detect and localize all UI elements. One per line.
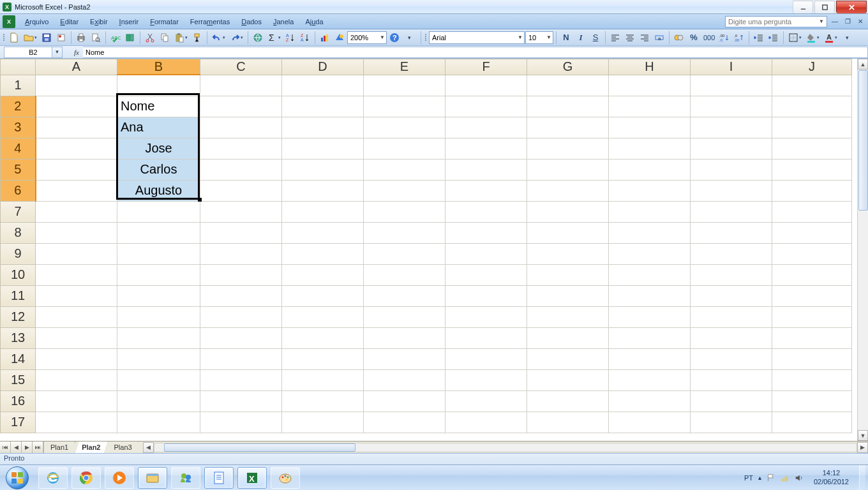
fill-color-button[interactable]: ▾ bbox=[804, 31, 821, 45]
cell-G2[interactable] bbox=[527, 96, 609, 117]
cell-F8[interactable] bbox=[445, 222, 527, 243]
zoom-combo[interactable]: 200%▼ bbox=[347, 31, 387, 44]
tray-volume-icon[interactable] bbox=[795, 473, 804, 482]
percent-button[interactable]: % bbox=[687, 31, 701, 45]
cell-I7[interactable] bbox=[691, 201, 772, 222]
cell-J13[interactable] bbox=[772, 327, 852, 348]
research-button[interactable] bbox=[123, 31, 137, 45]
cell-J7[interactable] bbox=[772, 201, 852, 222]
font-combo[interactable]: Arial▼ bbox=[429, 31, 525, 44]
cell-A13[interactable] bbox=[36, 327, 117, 348]
cell-E7[interactable] bbox=[364, 201, 445, 222]
chart-wizard-button[interactable] bbox=[318, 31, 332, 45]
borders-button[interactable]: ▾ bbox=[786, 31, 804, 45]
tray-network-icon[interactable] bbox=[781, 473, 789, 482]
window-minimize-button[interactable] bbox=[793, 1, 813, 13]
cell-H1[interactable] bbox=[609, 75, 691, 96]
cell-D9[interactable] bbox=[282, 243, 364, 264]
comma-button[interactable]: 000 bbox=[701, 31, 717, 45]
ask-a-question-box[interactable]: Digite uma pergunta ▼ bbox=[725, 16, 827, 27]
cell-F5[interactable] bbox=[445, 159, 527, 180]
cell-A12[interactable] bbox=[36, 306, 117, 327]
cell-F7[interactable] bbox=[445, 201, 527, 222]
cell-E3[interactable] bbox=[364, 117, 445, 138]
cell-A4[interactable] bbox=[36, 138, 117, 159]
toolbar-options[interactable]: ▾ bbox=[402, 31, 416, 45]
cell-C17[interactable] bbox=[200, 412, 282, 433]
cell-I16[interactable] bbox=[691, 390, 772, 412]
cell-E12[interactable] bbox=[364, 306, 445, 327]
cell-I6[interactable] bbox=[691, 180, 772, 201]
cell-C5[interactable] bbox=[200, 159, 282, 180]
spelling-button[interactable]: ABC bbox=[108, 31, 123, 45]
cell-F1[interactable] bbox=[445, 75, 527, 96]
cell-H7[interactable] bbox=[609, 201, 691, 222]
toolbar-options-2[interactable]: ▾ bbox=[840, 31, 854, 45]
workbook-close-button[interactable]: ✕ bbox=[855, 17, 865, 26]
cell-H13[interactable] bbox=[609, 327, 691, 348]
decrease-decimal-button[interactable]: ,0,00 bbox=[732, 31, 746, 45]
drawing-button[interactable] bbox=[333, 31, 347, 45]
cell-A15[interactable] bbox=[36, 369, 117, 390]
cell-F17[interactable] bbox=[445, 412, 527, 433]
menu-exibir[interactable]: Exibir bbox=[84, 15, 114, 28]
cell-B2[interactable]: Nome bbox=[117, 96, 200, 117]
cell-I2[interactable] bbox=[691, 96, 772, 117]
cell-D15[interactable] bbox=[282, 369, 364, 390]
cell-J1[interactable] bbox=[772, 75, 852, 96]
cell-D2[interactable] bbox=[282, 96, 364, 117]
cell-I5[interactable] bbox=[691, 159, 772, 180]
cell-H10[interactable] bbox=[609, 264, 691, 285]
row-header-3[interactable]: 3 bbox=[1, 117, 36, 138]
cell-C14[interactable] bbox=[200, 348, 282, 369]
copy-button[interactable] bbox=[158, 31, 172, 45]
horizontal-scrollbar[interactable]: ◀ ▶ bbox=[143, 442, 868, 453]
cell-A6[interactable] bbox=[36, 180, 117, 201]
cell-E17[interactable] bbox=[364, 412, 445, 433]
cell-G10[interactable] bbox=[527, 264, 609, 285]
cell-D1[interactable] bbox=[282, 75, 364, 96]
cell-I14[interactable] bbox=[691, 348, 772, 369]
font-color-button[interactable]: A▾ bbox=[822, 31, 839, 45]
menu-dados[interactable]: Dados bbox=[236, 15, 267, 28]
fx-label[interactable]: fx bbox=[74, 48, 79, 56]
taskbar-chrome-button[interactable] bbox=[71, 467, 101, 489]
decrease-indent-button[interactable] bbox=[752, 31, 766, 45]
cell-I11[interactable] bbox=[691, 285, 772, 306]
cell-F3[interactable] bbox=[445, 117, 527, 138]
cell-A2[interactable] bbox=[36, 96, 117, 117]
cell-I3[interactable] bbox=[691, 117, 772, 138]
permission-button[interactable] bbox=[54, 31, 68, 45]
cell-D10[interactable] bbox=[282, 264, 364, 285]
cell-G9[interactable] bbox=[527, 243, 609, 264]
cell-C15[interactable] bbox=[200, 369, 282, 390]
cell-F12[interactable] bbox=[445, 306, 527, 327]
cell-J6[interactable] bbox=[772, 180, 852, 201]
paste-button[interactable]: ▾ bbox=[172, 31, 190, 45]
currency-button[interactable] bbox=[672, 31, 686, 45]
cell-B16[interactable] bbox=[117, 390, 200, 412]
cell-B3[interactable]: Ana bbox=[117, 117, 200, 138]
sheet-tab-plan2[interactable]: Plan2 bbox=[75, 442, 107, 453]
scroll-left-button[interactable]: ◀ bbox=[143, 442, 154, 453]
sheet-tab-plan3[interactable]: Plan3 bbox=[108, 442, 139, 453]
row-header-13[interactable]: 13 bbox=[1, 327, 36, 348]
menu-inserir[interactable]: Inserir bbox=[114, 15, 145, 28]
cell-B8[interactable] bbox=[117, 222, 200, 243]
sheet-tab-plan1[interactable]: Plan1 bbox=[44, 442, 75, 453]
tray-flag-icon[interactable] bbox=[767, 473, 775, 482]
cell-D6[interactable] bbox=[282, 180, 364, 201]
cell-I13[interactable] bbox=[691, 327, 772, 348]
cell-C1[interactable] bbox=[200, 75, 282, 96]
cell-D8[interactable] bbox=[282, 222, 364, 243]
cell-E2[interactable] bbox=[364, 96, 445, 117]
cell-H14[interactable] bbox=[609, 348, 691, 369]
cell-H4[interactable] bbox=[609, 138, 691, 159]
menu-formatar[interactable]: Formatar bbox=[144, 15, 184, 28]
cell-C4[interactable] bbox=[200, 138, 282, 159]
hyperlink-button[interactable] bbox=[251, 31, 265, 45]
cell-D7[interactable] bbox=[282, 201, 364, 222]
excel-app-icon[interactable]: X bbox=[3, 15, 15, 28]
column-header-F[interactable]: F bbox=[445, 59, 527, 75]
cell-A1[interactable] bbox=[36, 75, 117, 96]
